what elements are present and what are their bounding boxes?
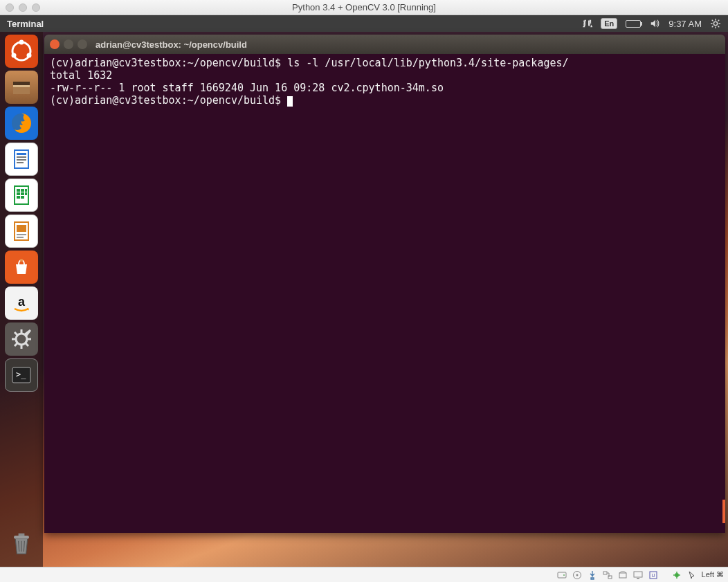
svg-point-10 <box>19 40 24 45</box>
unity-launcher: a >_ <box>0 32 43 567</box>
terminal-line: (cv)adrian@cv3testbox:~/opencv/build$ <box>50 94 287 107</box>
vm-display-icon[interactable] <box>633 570 644 581</box>
vm-host-window: Python 3.4 + OpenCV 3.0 [Running] Termin… <box>0 0 728 582</box>
battery-icon[interactable] <box>626 20 641 28</box>
svg-rect-18 <box>17 153 26 155</box>
launcher-settings[interactable] <box>5 322 38 356</box>
vm-statusbar: U Left ⌘ <box>0 567 728 582</box>
svg-rect-29 <box>17 196 20 199</box>
terminal-minimize-icon[interactable] <box>64 39 73 49</box>
svg-text:a: a <box>18 295 26 309</box>
svg-line-5 <box>712 20 713 21</box>
launcher-files[interactable] <box>5 71 38 104</box>
svg-rect-24 <box>21 189 24 192</box>
svg-point-12 <box>27 53 32 58</box>
launcher-writer[interactable] <box>5 143 38 176</box>
svg-text:>_: >_ <box>16 370 26 379</box>
session-gear-icon[interactable] <box>710 19 721 28</box>
launcher-firefox[interactable] <box>5 107 38 140</box>
terminal-title: adrian@cv3testbox: ~/opencv/build <box>95 39 247 50</box>
svg-rect-30 <box>21 196 24 199</box>
svg-point-35 <box>20 259 23 262</box>
svg-rect-34 <box>17 237 24 238</box>
vm-usb-icon[interactable] <box>587 570 598 581</box>
launcher-amazon[interactable]: a <box>5 287 38 320</box>
svg-point-37 <box>16 334 27 345</box>
launcher-dash[interactable] <box>5 35 38 68</box>
svg-rect-48 <box>14 536 29 538</box>
vm-mouse-icon[interactable] <box>686 570 698 581</box>
vm-display: Terminal En 9:37 AM <box>0 15 728 567</box>
vm-host-key-label: Left ⌘ <box>702 570 724 579</box>
mac-window-title: Python 3.4 + OpenCV 3.0 [Running] <box>0 2 728 12</box>
network-icon[interactable] <box>581 19 592 28</box>
terminal-maximize-icon[interactable] <box>78 39 87 49</box>
svg-line-42 <box>15 332 17 335</box>
svg-rect-53 <box>558 572 566 578</box>
svg-rect-32 <box>17 225 26 232</box>
svg-rect-20 <box>17 159 26 161</box>
volume-icon[interactable] <box>649 19 660 28</box>
launcher-terminal[interactable]: >_ <box>5 358 38 392</box>
terminal-close-icon[interactable] <box>50 39 60 49</box>
keyboard-lang-indicator[interactable]: En <box>601 18 617 29</box>
svg-rect-27 <box>21 192 24 195</box>
terminal-window[interactable]: adrian@cv3testbox: ~/opencv/build (cv)ad… <box>44 35 725 533</box>
svg-rect-21 <box>17 162 24 163</box>
ubuntu-desktop: Terminal En 9:37 AM <box>0 15 728 567</box>
mac-titlebar: Python 3.4 + OpenCV 3.0 [Running] <box>0 0 728 15</box>
svg-point-9 <box>12 42 30 60</box>
svg-rect-25 <box>25 189 27 192</box>
svg-rect-59 <box>619 573 626 578</box>
svg-rect-26 <box>17 192 20 195</box>
vm-net-icon[interactable] <box>602 570 613 581</box>
svg-rect-23 <box>17 189 20 192</box>
terminal-line: -rw-r--r-- 1 root staff 1669240 Jun 16 0… <box>50 82 444 94</box>
svg-line-8 <box>712 26 713 28</box>
svg-rect-57 <box>603 572 607 574</box>
terminal-body[interactable]: (cv)adrian@cv3testbox:~/opencv/build$ ls… <box>44 54 725 533</box>
svg-rect-13 <box>13 82 30 85</box>
svg-rect-28 <box>25 192 27 195</box>
svg-text:U: U <box>651 573 655 578</box>
terminal-scrollbar-thumb[interactable] <box>722 500 725 523</box>
launcher-trash[interactable] <box>5 527 38 560</box>
terminal-titlebar[interactable]: adrian@cv3testbox: ~/opencv/build <box>44 35 725 54</box>
vm-vrdp-icon[interactable]: U <box>648 570 659 581</box>
svg-rect-15 <box>13 85 30 87</box>
launcher-impress[interactable] <box>5 215 38 248</box>
svg-line-6 <box>718 26 720 28</box>
svg-rect-61 <box>637 578 639 579</box>
svg-point-11 <box>12 53 17 58</box>
svg-point-54 <box>563 574 565 576</box>
svg-rect-19 <box>17 156 26 158</box>
svg-point-56 <box>576 574 578 576</box>
terminal-cursor <box>287 96 293 107</box>
clock-label[interactable]: 9:37 AM <box>668 19 702 29</box>
vm-shared-icon[interactable] <box>617 570 628 581</box>
svg-line-43 <box>26 343 28 346</box>
svg-rect-60 <box>634 572 642 577</box>
vm-cd-icon[interactable] <box>572 570 583 581</box>
vm-hd-icon[interactable] <box>556 570 567 581</box>
launcher-calc[interactable] <box>5 179 38 212</box>
ubuntu-body: a >_ <box>0 32 728 567</box>
terminal-line: total 1632 <box>50 69 112 82</box>
launcher-software[interactable] <box>5 251 38 284</box>
svg-line-7 <box>718 20 720 21</box>
ubuntu-menubar: Terminal En 9:37 AM <box>0 15 728 32</box>
svg-rect-33 <box>17 234 26 235</box>
terminal-line: (cv)adrian@cv3testbox:~/opencv/build$ ls… <box>50 57 569 69</box>
svg-point-0 <box>713 21 717 25</box>
vm-guest-additions-icon[interactable] <box>671 570 682 581</box>
svg-line-45 <box>15 343 17 346</box>
app-menu-label[interactable]: Terminal <box>7 19 44 29</box>
svg-rect-49 <box>19 534 25 536</box>
